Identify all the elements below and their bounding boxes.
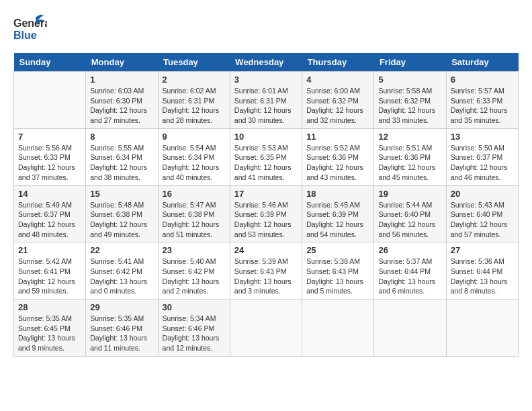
day-number: 1	[90, 75, 153, 85]
day-number: 28	[18, 302, 81, 312]
day-info: Sunrise: 5:36 AM Sunset: 6:44 PM Dayligh…	[451, 257, 514, 296]
day-number: 23	[163, 245, 226, 255]
calendar-cell: 28Sunrise: 5:35 AM Sunset: 6:45 PM Dayli…	[14, 300, 86, 357]
weekday-header: Wednesday	[230, 53, 302, 72]
calendar-cell: 19Sunrise: 5:44 AM Sunset: 6:40 PM Dayli…	[374, 185, 446, 242]
logo-icon: General Blue	[13, 13, 47, 44]
day-number: 30	[163, 302, 226, 312]
weekday-header: Monday	[86, 53, 158, 72]
weekday-header: Tuesday	[158, 53, 230, 72]
day-number: 9	[163, 132, 226, 142]
week-row: 14Sunrise: 5:49 AM Sunset: 6:37 PM Dayli…	[14, 185, 519, 242]
day-info: Sunrise: 5:34 AM Sunset: 6:46 PM Dayligh…	[163, 314, 226, 353]
day-number: 13	[451, 132, 514, 142]
day-number: 5	[378, 75, 441, 85]
day-info: Sunrise: 5:44 AM Sunset: 6:40 PM Dayligh…	[378, 200, 441, 240]
day-info: Sunrise: 5:35 AM Sunset: 6:46 PM Dayligh…	[90, 314, 153, 353]
day-info: Sunrise: 5:37 AM Sunset: 6:44 PM Dayligh…	[378, 257, 441, 296]
calendar-cell: 16Sunrise: 5:47 AM Sunset: 6:38 PM Dayli…	[158, 185, 230, 242]
page-header: General Blue	[13, 13, 519, 46]
calendar-cell	[302, 300, 374, 357]
svg-text:Blue: Blue	[13, 30, 37, 41]
calendar-cell: 26Sunrise: 5:37 AM Sunset: 6:44 PM Dayli…	[374, 242, 446, 300]
week-row: 28Sunrise: 5:35 AM Sunset: 6:45 PM Dayli…	[14, 300, 519, 357]
day-info: Sunrise: 5:58 AM Sunset: 6:32 PM Dayligh…	[378, 86, 441, 126]
weekday-header: Sunday	[14, 53, 86, 72]
weekday-header: Saturday	[446, 53, 518, 72]
calendar-cell: 27Sunrise: 5:36 AM Sunset: 6:44 PM Dayli…	[446, 242, 518, 300]
calendar-cell	[14, 72, 86, 129]
day-info: Sunrise: 5:56 AM Sunset: 6:33 PM Dayligh…	[18, 143, 81, 183]
day-info: Sunrise: 5:40 AM Sunset: 6:42 PM Dayligh…	[163, 257, 226, 296]
day-info: Sunrise: 5:57 AM Sunset: 6:33 PM Dayligh…	[451, 86, 514, 126]
calendar-cell: 1Sunrise: 6:03 AM Sunset: 6:30 PM Daylig…	[86, 72, 158, 129]
day-info: Sunrise: 5:43 AM Sunset: 6:40 PM Dayligh…	[451, 200, 514, 240]
calendar-cell: 11Sunrise: 5:52 AM Sunset: 6:36 PM Dayli…	[302, 128, 374, 185]
day-number: 6	[451, 75, 514, 85]
week-row: 7Sunrise: 5:56 AM Sunset: 6:33 PM Daylig…	[14, 128, 519, 185]
calendar-cell: 17Sunrise: 5:46 AM Sunset: 6:39 PM Dayli…	[230, 185, 302, 242]
calendar-cell: 14Sunrise: 5:49 AM Sunset: 6:37 PM Dayli…	[14, 185, 86, 242]
week-row: 21Sunrise: 5:42 AM Sunset: 6:41 PM Dayli…	[14, 242, 519, 300]
day-info: Sunrise: 5:53 AM Sunset: 6:35 PM Dayligh…	[234, 143, 298, 183]
calendar-cell: 18Sunrise: 5:45 AM Sunset: 6:39 PM Dayli…	[302, 185, 374, 242]
calendar-cell: 5Sunrise: 5:58 AM Sunset: 6:32 PM Daylig…	[374, 72, 446, 129]
day-number: 12	[378, 132, 441, 142]
calendar-cell: 7Sunrise: 5:56 AM Sunset: 6:33 PM Daylig…	[14, 128, 86, 185]
day-number: 16	[163, 189, 226, 199]
day-info: Sunrise: 5:39 AM Sunset: 6:43 PM Dayligh…	[234, 257, 298, 296]
calendar-cell	[230, 300, 302, 357]
calendar-cell	[374, 300, 446, 357]
calendar-cell: 20Sunrise: 5:43 AM Sunset: 6:40 PM Dayli…	[446, 185, 518, 242]
day-number: 21	[18, 245, 81, 255]
calendar-cell: 13Sunrise: 5:50 AM Sunset: 6:37 PM Dayli…	[446, 128, 518, 185]
day-number: 24	[234, 245, 298, 255]
calendar-cell: 29Sunrise: 5:35 AM Sunset: 6:46 PM Dayli…	[86, 300, 158, 357]
day-info: Sunrise: 5:51 AM Sunset: 6:36 PM Dayligh…	[378, 143, 441, 183]
day-info: Sunrise: 6:00 AM Sunset: 6:32 PM Dayligh…	[306, 86, 369, 126]
day-info: Sunrise: 5:55 AM Sunset: 6:34 PM Dayligh…	[90, 143, 153, 183]
day-info: Sunrise: 5:49 AM Sunset: 6:37 PM Dayligh…	[18, 200, 81, 240]
calendar-cell: 6Sunrise: 5:57 AM Sunset: 6:33 PM Daylig…	[446, 72, 518, 129]
calendar-cell: 8Sunrise: 5:55 AM Sunset: 6:34 PM Daylig…	[86, 128, 158, 185]
day-info: Sunrise: 6:03 AM Sunset: 6:30 PM Dayligh…	[90, 86, 153, 126]
day-info: Sunrise: 5:46 AM Sunset: 6:39 PM Dayligh…	[234, 200, 298, 240]
day-info: Sunrise: 5:48 AM Sunset: 6:38 PM Dayligh…	[90, 200, 153, 240]
week-row: 1Sunrise: 6:03 AM Sunset: 6:30 PM Daylig…	[14, 72, 519, 129]
calendar-cell: 12Sunrise: 5:51 AM Sunset: 6:36 PM Dayli…	[374, 128, 446, 185]
calendar-cell: 22Sunrise: 5:41 AM Sunset: 6:42 PM Dayli…	[86, 242, 158, 300]
weekday-header: Friday	[374, 53, 446, 72]
calendar-cell: 24Sunrise: 5:39 AM Sunset: 6:43 PM Dayli…	[230, 242, 302, 300]
day-number: 14	[18, 189, 81, 199]
calendar-cell: 4Sunrise: 6:00 AM Sunset: 6:32 PM Daylig…	[302, 72, 374, 129]
calendar-cell: 21Sunrise: 5:42 AM Sunset: 6:41 PM Dayli…	[14, 242, 86, 300]
day-number: 27	[451, 245, 514, 255]
day-number: 10	[234, 132, 298, 142]
day-number: 7	[18, 132, 81, 142]
weekday-header: Thursday	[302, 53, 374, 72]
day-number: 25	[306, 245, 369, 255]
calendar-cell: 15Sunrise: 5:48 AM Sunset: 6:38 PM Dayli…	[86, 185, 158, 242]
day-number: 2	[163, 75, 226, 85]
calendar-cell: 25Sunrise: 5:38 AM Sunset: 6:43 PM Dayli…	[302, 242, 374, 300]
day-number: 29	[90, 302, 153, 312]
calendar-cell: 3Sunrise: 6:01 AM Sunset: 6:31 PM Daylig…	[230, 72, 302, 129]
day-number: 26	[378, 245, 441, 255]
svg-text:General: General	[13, 17, 47, 29]
day-number: 11	[306, 132, 369, 142]
calendar-header-row: SundayMondayTuesdayWednesdayThursdayFrid…	[14, 53, 519, 72]
calendar-table: SundayMondayTuesdayWednesdayThursdayFrid…	[13, 53, 519, 357]
day-info: Sunrise: 6:01 AM Sunset: 6:31 PM Dayligh…	[234, 86, 298, 126]
day-info: Sunrise: 5:42 AM Sunset: 6:41 PM Dayligh…	[18, 257, 81, 296]
calendar-cell: 23Sunrise: 5:40 AM Sunset: 6:42 PM Dayli…	[158, 242, 230, 300]
day-info: Sunrise: 5:38 AM Sunset: 6:43 PM Dayligh…	[306, 257, 369, 296]
day-number: 4	[306, 75, 369, 85]
calendar-cell: 2Sunrise: 6:02 AM Sunset: 6:31 PM Daylig…	[158, 72, 230, 129]
day-info: Sunrise: 6:02 AM Sunset: 6:31 PM Dayligh…	[163, 86, 226, 126]
day-number: 3	[234, 75, 298, 85]
day-info: Sunrise: 5:54 AM Sunset: 6:34 PM Dayligh…	[163, 143, 226, 183]
day-info: Sunrise: 5:52 AM Sunset: 6:36 PM Dayligh…	[306, 143, 369, 183]
calendar-cell: 9Sunrise: 5:54 AM Sunset: 6:34 PM Daylig…	[158, 128, 230, 185]
day-number: 22	[90, 245, 153, 255]
day-info: Sunrise: 5:41 AM Sunset: 6:42 PM Dayligh…	[90, 257, 153, 296]
